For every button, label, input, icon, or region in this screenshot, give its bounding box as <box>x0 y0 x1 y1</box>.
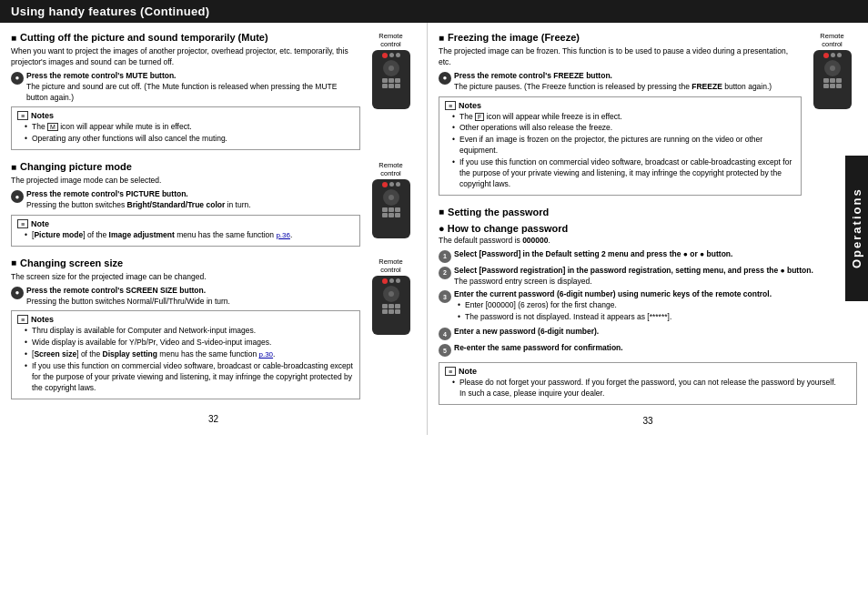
remote-small-btn-7 <box>831 53 835 57</box>
password-step-4-text: Enter a new password (6-digit number). <box>454 327 857 338</box>
picture-mode-content: Changing picture mode The projected imag… <box>11 161 360 250</box>
password-step-3: 3 Enter the current password (6-digit nu… <box>439 289 857 324</box>
mute-step-detail: The picture and sound are cut off. (The … <box>26 82 337 102</box>
remote-red-btn-2 <box>382 182 388 187</box>
freezing-title: Freezing the image (Freeze) <box>439 32 802 43</box>
remote-label-picture: Remotecontrol <box>378 161 402 177</box>
remote-grid-6 <box>395 84 400 88</box>
picture-step-text: Press the remote control's PICTURE butto… <box>26 189 360 211</box>
picture-step-row: ● Press the remote control's PICTURE but… <box>11 189 360 211</box>
remote-grid-2 <box>382 207 400 217</box>
remote-grid-p6 <box>395 213 400 217</box>
password-note-text: Please do not forget your password. If y… <box>452 378 851 399</box>
freezing-intro: The projected image can be frozen. This … <box>439 46 802 68</box>
remote-top-btns <box>382 53 400 58</box>
picture-note-box: ≡ Note [Picture mode] of the Image adjus… <box>11 215 360 247</box>
remote-small-btn-4 <box>396 182 400 187</box>
freeze-note-1: The F icon will appear while freeze is i… <box>452 112 795 123</box>
mute-notes-box: ≡ Notes The M icon will appear while mut… <box>11 106 360 150</box>
remote-small-btn-1 <box>389 53 394 57</box>
remote-grid-p1 <box>382 207 388 212</box>
remote-grid-3 <box>382 304 400 314</box>
page-header: Using handy features (Continued) <box>0 0 868 23</box>
freeze-notes-title: ≡ Notes <box>445 101 795 110</box>
password-step-4: 4 Enter a new password (6-digit number). <box>439 327 857 340</box>
note-icon-password: ≡ <box>445 367 456 376</box>
cutting-off-row: Cutting off the picture and sound tempor… <box>11 32 416 154</box>
freeze-note-2: Other operations will also release the f… <box>452 123 795 134</box>
remote-grid-f3 <box>836 78 842 83</box>
remote-body-mute <box>372 50 410 109</box>
freezing-content: Freezing the image (Freeze) The projecte… <box>439 32 802 199</box>
password-section-title: Setting the password <box>439 207 857 217</box>
remote-label-screen: Remotecontrol <box>378 258 402 274</box>
screen-step-label: Press the remote control's SCREEN SIZE b… <box>26 286 206 295</box>
picture-mode-row: Changing picture mode The projected imag… <box>11 161 416 250</box>
mute-step-label: Press the remote control's MUTE button. <box>26 71 176 80</box>
cutting-off-step-text: Press the remote control's MUTE button. … <box>26 71 360 104</box>
remote-grid <box>382 78 400 88</box>
remote-dpad-2 <box>383 189 399 206</box>
remote-grid-5 <box>389 84 394 88</box>
remote-dpad-inner-4 <box>830 66 835 71</box>
remote-grid-f5 <box>830 84 835 88</box>
picture-note-1: [Picture mode] of the Image adjustment m… <box>25 230 354 241</box>
header-title: Using handy features (Continued) <box>11 5 209 18</box>
freeze-step-row: ● Press the remote control's FREEZE butt… <box>439 71 802 93</box>
cutting-off-title: Cutting off the picture and sound tempor… <box>11 32 360 43</box>
remote-small-btn-8 <box>837 53 842 57</box>
right-page-number: 33 <box>439 416 857 426</box>
remote-dpad-inner-3 <box>389 291 394 297</box>
remote-red-btn-4 <box>823 53 829 58</box>
remote-col-picture: Remotecontrol <box>366 161 416 238</box>
screen-notes-list: Thru display is available for Computer a… <box>17 326 354 393</box>
step-num-4: 4 <box>439 328 451 340</box>
remote-grid-s5 <box>389 309 394 314</box>
screen-size-step-row: ● Press the remote control's SCREEN SIZE… <box>11 286 360 308</box>
picture-mode-title: Changing picture mode <box>11 161 360 172</box>
screen-note-3: [Screen size] of the Display setting men… <box>25 349 354 360</box>
remote-grid-s6 <box>395 309 400 314</box>
step-3-item-2: The password is not displayed. Instead i… <box>458 312 857 323</box>
password-step-1: 1 Select [Password] in the Default setti… <box>439 249 857 263</box>
freeze-step-label: Press the remote control's FREEZE button… <box>454 71 612 80</box>
remote-small-btn-5 <box>389 278 394 283</box>
remote-grid-p5 <box>389 213 394 217</box>
note-icon-mute: ≡ <box>17 111 28 120</box>
remote-grid-s3 <box>395 304 400 308</box>
remote-body-screen <box>372 276 410 335</box>
remote-grid-4 <box>382 84 388 88</box>
remote-grid-2 <box>389 78 394 83</box>
password-step-2-text: Select [Password registration] in the pa… <box>454 266 857 288</box>
screen-step-text: Press the remote control's SCREEN SIZE b… <box>26 286 360 308</box>
password-default: The default password is 000000. <box>439 236 857 247</box>
mute-note-2: Operating any other functions will also … <box>25 134 354 145</box>
freeze-step-text: Press the remote control's FREEZE button… <box>454 71 802 93</box>
freeze-notes-list: The F icon will appear while freeze is i… <box>445 112 795 190</box>
remote-dpad-3 <box>383 286 399 302</box>
step-num-3: 3 <box>439 290 451 303</box>
step-3-item-1: Enter [000000] (6 zeros) for the first c… <box>458 300 857 311</box>
remote-grid-3 <box>395 78 400 83</box>
password-step-2: 2 Select [Password registration] in the … <box>439 266 857 288</box>
step-num-5: 5 <box>439 344 451 357</box>
remote-grid-f1 <box>823 78 829 83</box>
screen-notes-title: ≡ Notes <box>17 315 354 324</box>
step-num-1: 1 <box>439 250 451 263</box>
picture-step-circle: ● <box>11 190 24 203</box>
password-step-5-text: Re-enter the same password for confirmat… <box>454 343 857 354</box>
remote-label-mute: Remotecontrol <box>378 32 402 48</box>
step-circle-mute: ● <box>11 72 24 85</box>
password-note-title: ≡ Note <box>445 367 851 376</box>
screen-page-link[interactable]: p.30 <box>259 350 274 358</box>
remote-grid-p2 <box>389 207 394 212</box>
screen-notes-box: ≡ Notes Thru display is available for Co… <box>11 310 360 399</box>
remote-grid-s1 <box>382 304 388 308</box>
screen-size-row: Changing screen size The screen size for… <box>11 258 416 403</box>
note-icon-freeze: ≡ <box>445 101 456 110</box>
picture-mode-section: Changing picture mode The projected imag… <box>11 161 416 250</box>
picture-page-link[interactable]: p.36 <box>276 231 290 239</box>
cutting-off-step: ● Press the remote control's MUTE button… <box>11 71 360 104</box>
password-section: Setting the password ● How to change pas… <box>439 207 857 405</box>
password-note-box: ≡ Note Please do not forget your passwor… <box>439 362 857 405</box>
